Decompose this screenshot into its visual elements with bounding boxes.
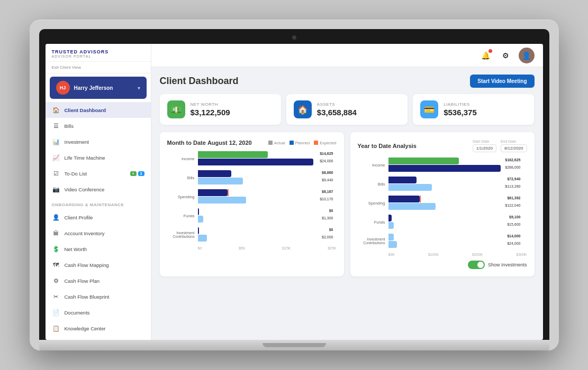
mtd-chart-title: Month to Date August 12, 2020 [167, 140, 252, 146]
sidebar-item-cash-flow-plan[interactable]: ⚙ Cash Flow Plan [46, 273, 151, 289]
liabilities-info: LIABILITIES $536,375 [444, 102, 477, 117]
charts-row: Month to Date August 12, 2020 Actual [160, 132, 535, 276]
liabilities-icon: 💳 [420, 100, 438, 118]
end-date-field: End Date 8/12/2020 [501, 140, 527, 152]
ytd-funds-bars: $9,100 $15,600 [388, 215, 501, 229]
inv-val1: $0 [329, 228, 333, 232]
ytd-investment-row: Investment Contributions $14,000 $24,000 [358, 234, 501, 248]
sidebar-item-net-worth[interactable]: 💲 Net Worth [46, 241, 151, 257]
ytd-spending-val2: $122,040 [505, 204, 520, 207]
ytd-funds-val2: $15,600 [507, 223, 520, 226]
notification-dot [489, 49, 492, 53]
sidebar-header: TRUSTED ADVISORS ADVISOR PORTAL [46, 44, 151, 62]
date-range: Start Date 1/1/2020 End Date 8/12/2020 [473, 140, 527, 152]
inv-val2: $2,000 [322, 235, 333, 239]
bills-label: Bills [167, 175, 195, 180]
income-label: Income [167, 156, 195, 161]
sidebar-item-documents[interactable]: 📄 Documents [46, 304, 151, 320]
sidebar-item-cash-flow-mapping[interactable]: 🗺 Cash Flow Mapping [46, 257, 151, 273]
home-icon: 🏠 [52, 106, 60, 114]
spending-bar2 [198, 197, 247, 204]
ytd-chart-card: Year to Date Analysis Start Date 1/1/202… [350, 132, 535, 276]
spending-label: Spending [167, 195, 195, 199]
page-title: Client Dashboard [160, 76, 239, 87]
ytd-inv-val2: $24,000 [507, 242, 520, 245]
ytd-inv-val1: $14,000 [507, 234, 520, 238]
sidebar-item-client-profile[interactable]: 👤 Client Profile [46, 209, 151, 225]
blueprint-icon: ✂ [52, 292, 60, 301]
show-investments-row: Show Investments [358, 261, 527, 269]
sidebar-item-cash-flow-blueprint[interactable]: ✂ Cash Flow Blueprint [46, 289, 151, 304]
net-worth-card: 💵 NET WORTH $3,122,509 [160, 94, 281, 125]
ytd-bills-bar2 [388, 184, 432, 191]
ytd-spending-row: Spending $81,392 $122,040 [358, 196, 501, 210]
spending-bar1 [198, 189, 228, 196]
funds-row: Funds $0 $1,300 [167, 208, 313, 223]
sidebar-item-knowledge-center[interactable]: 📋 Knowledge Center [46, 320, 151, 336]
nav-label: Account Inventory [65, 230, 144, 236]
assets-card: 🏠 ASSETS $3,658,884 [286, 94, 408, 125]
assets-info: ASSETS $3,658,884 [317, 102, 357, 117]
ytd-spending-bars: $81,392 $122,040 [388, 196, 501, 210]
nav-label: Documents [65, 310, 144, 316]
sidebar-item-life-time-machine[interactable]: 📈 Life Time Machine [46, 150, 151, 165]
laptop-base [39, 340, 549, 350]
start-date-value[interactable]: 1/1/2020 [473, 144, 496, 152]
ytd-inv-bar1 [388, 234, 394, 240]
show-investments-label: Show Investments [488, 262, 527, 267]
show-investments-toggle[interactable] [468, 261, 485, 269]
investment-contributions-row: Investment Contributions $0 $2,000 [167, 227, 313, 242]
laptop-camera [292, 35, 296, 40]
funds-bars: $0 $1,300 [198, 208, 313, 223]
xaxis-25k: $25K [328, 246, 336, 250]
assets-icon: 🏠 [294, 100, 312, 118]
ytd-xaxis-100k: $100K [428, 253, 439, 256]
sidebar-item-client-dashboard[interactable]: 🏠 Client Dashboard [46, 102, 151, 118]
video-icon: 📷 [52, 185, 60, 193]
sidebar-item-account-inventory[interactable]: 🏛 Account Inventory [46, 225, 151, 241]
brand-name: TRUSTED ADVISORS [52, 49, 144, 54]
net-worth-value: $3,122,509 [191, 108, 230, 117]
legend-expected: Expected [314, 141, 336, 145]
end-date-value[interactable]: 8/12/2020 [501, 144, 527, 152]
start-date-label: Start Date [473, 140, 496, 143]
sidebar-item-bills[interactable]: ☰ Bills [46, 118, 151, 134]
user-avatar[interactable]: 👤 [519, 48, 535, 63]
todo-badges: + 3 [130, 171, 144, 176]
sidebar-item-investment[interactable]: 📊 Investment [46, 134, 151, 150]
ytd-income-bar2 [388, 165, 501, 172]
end-date-label: End Date [501, 140, 527, 143]
ytd-xaxis: $0K $100K $200K $300K [358, 253, 527, 256]
income-val1: $14,625 [320, 152, 333, 155]
top-bar: 🔔 ⚙ 👤 [151, 44, 543, 67]
section-title: Onboarding & Maintenance [46, 197, 151, 209]
ytd-income-val2: $288,000 [505, 165, 520, 169]
assets-value: $3,658,884 [317, 108, 357, 117]
client-selector[interactable]: HJ Harry Jefferson ▾ [50, 77, 147, 99]
funds-bar1 [198, 208, 199, 215]
net-worth-icon: 💵 [167, 100, 185, 118]
ytd-bills-val1: $72,940 [507, 177, 520, 181]
exit-client-view[interactable]: Exit Client View [46, 62, 151, 73]
client-avatar: HJ [56, 81, 70, 95]
bills-val1: $6,860 [322, 171, 333, 174]
sidebar-item-to-do-list[interactable]: ☑ To-Do List + 3 [46, 165, 151, 181]
main-content: 🔔 ⚙ 👤 Client Dashboard Start Video Meeti… [151, 44, 543, 340]
legend-planned: Planned [290, 141, 310, 145]
net-worth-info: NET WORTH $3,122,509 [191, 102, 230, 117]
ytd-xaxis-200k: $200K [472, 253, 483, 256]
spending-val2: $10,170 [320, 197, 333, 201]
sidebar-item-video-conference[interactable]: 📷 Video Conference [46, 181, 151, 197]
settings-button[interactable]: ⚙ [499, 48, 513, 63]
net-worth-label: NET WORTH [191, 102, 230, 107]
nav-label: Investment [65, 139, 144, 145]
xaxis-5k: $5K [239, 246, 245, 250]
ytd-spending-bar2 [388, 203, 436, 210]
start-video-meeting-button[interactable]: Start Video Meeting [470, 75, 534, 88]
notification-button[interactable]: 🔔 [478, 48, 493, 63]
assets-label: ASSETS [317, 102, 357, 107]
ytd-funds-row: Funds $9,100 $15,600 [358, 215, 501, 229]
funds-val2: $1,300 [322, 216, 333, 220]
mapping-icon: 🗺 [52, 261, 60, 269]
legend-actual: Actual [268, 141, 285, 145]
